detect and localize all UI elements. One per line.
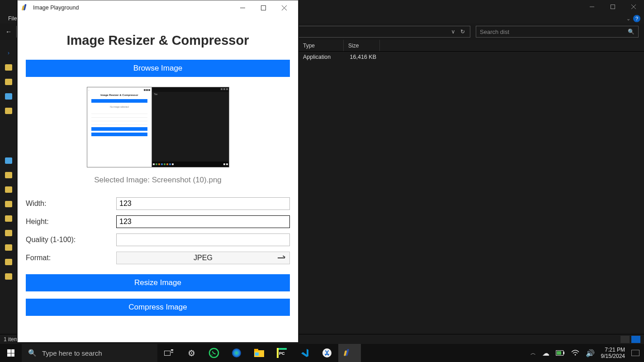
pycharm-icon: PC [277, 348, 287, 358]
svg-rect-9 [171, 349, 173, 351]
chevron-right-icon[interactable]: › [8, 50, 9, 56]
taskbar-search-placeholder: Type here to search [42, 349, 102, 357]
whatsapp-icon [208, 348, 219, 358]
taskbar-whatsapp-button[interactable] [203, 344, 225, 362]
taskbar-edge-button[interactable] [225, 344, 248, 362]
app-heading: Image Resizer & Compressor [26, 33, 290, 48]
width-label: Width: [26, 200, 116, 208]
quality-input[interactable] [116, 233, 290, 246]
explorer-minimize-button[interactable] [582, 0, 602, 14]
view-large-icon[interactable] [631, 336, 640, 343]
taskbar-search-input[interactable]: 🔍 Type here to search [22, 344, 157, 362]
tray-clock[interactable]: 7:21 PM 9/15/2024 [601, 347, 625, 359]
tray-battery-icon[interactable] [556, 350, 565, 356]
folder-icon[interactable] [5, 64, 12, 71]
addr-chevron-icon[interactable]: v [452, 29, 455, 35]
ribbon-expand-icon[interactable]: ⌄ [626, 16, 630, 22]
folder-icon[interactable] [5, 201, 12, 207]
explorer-maximize-button[interactable] [602, 0, 623, 14]
start-button[interactable] [0, 344, 22, 362]
status-item-count: 1 item [4, 336, 19, 343]
svg-point-24 [574, 354, 576, 356]
tray-wifi-icon[interactable] [571, 350, 579, 356]
tray-time: 7:21 PM [601, 347, 625, 353]
taskbar-pycharm-button[interactable]: PC [270, 344, 293, 362]
taskbar-settings-button[interactable]: ⚙ [180, 344, 203, 362]
chevron-down-icon [278, 257, 285, 258]
help-icon[interactable]: ? [633, 15, 640, 22]
task-view-button[interactable] [157, 344, 180, 362]
windows-taskbar: 🔍 Type here to search ⚙ PC ︿ ☁ [0, 344, 644, 362]
edge-icon [232, 348, 242, 358]
folder-icon[interactable] [5, 108, 12, 114]
folder-icon [254, 349, 264, 357]
drive-icon[interactable] [5, 93, 12, 100]
tray-expand-icon[interactable]: ︿ [530, 349, 536, 357]
width-input[interactable] [116, 197, 290, 210]
refresh-icon[interactable]: ↻ [458, 29, 467, 35]
svg-rect-23 [557, 351, 561, 355]
format-label: Format: [26, 254, 116, 262]
tk-close-button[interactable] [274, 1, 294, 14]
preview-sidetext: Tax [152, 92, 228, 96]
windows-logo-icon [7, 349, 14, 357]
selected-image-label: Selected Image: Screenshot (10).png [26, 176, 290, 185]
view-details-icon[interactable] [620, 336, 630, 343]
tray-notifications-icon[interactable] [631, 350, 639, 356]
svg-rect-5 [261, 5, 265, 10]
compress-image-button[interactable]: Compress Image [26, 299, 290, 316]
vscode-icon [299, 348, 309, 358]
search-icon: 🔍 [628, 29, 635, 35]
taskbar-app-button[interactable] [316, 344, 338, 362]
folder-icon[interactable] [5, 230, 12, 236]
quality-label: Quality (1-100): [26, 236, 116, 244]
folder-icon[interactable] [5, 273, 12, 280]
height-label: Height: [26, 218, 116, 226]
form-options: Width: Height: Quality (1-100): Format: … [26, 197, 290, 264]
tk-feather-icon [21, 4, 28, 11]
image-preview: ◦ Image Resizer & Compressor No image se… [87, 87, 229, 167]
taskbar-python-button[interactable] [338, 344, 361, 362]
search-icon: 🔍 [28, 349, 37, 357]
format-select[interactable]: JPEG [116, 252, 290, 264]
folder-icon[interactable] [5, 259, 12, 265]
preview-title: Image Resizer & Compressor [89, 94, 151, 96]
resize-image-button[interactable]: Resize Image [26, 274, 290, 291]
col-type[interactable]: Type [298, 40, 344, 51]
svg-point-12 [232, 348, 241, 357]
svg-rect-15 [255, 352, 259, 356]
svg-rect-1 [611, 5, 615, 9]
format-value: JPEG [194, 254, 213, 262]
tk-minimize-button[interactable] [232, 1, 253, 14]
tray-onedrive-icon[interactable]: ☁ [542, 349, 549, 357]
explorer-search-input[interactable]: Search dist 🔍 [476, 26, 639, 38]
folder-icon[interactable] [5, 172, 12, 178]
svg-rect-10 [171, 352, 173, 353]
row-size: 16,416 KB [344, 54, 380, 60]
folder-icon[interactable] [5, 79, 12, 85]
this-pc-icon[interactable] [5, 157, 12, 164]
taskbar-file-explorer-button[interactable] [248, 344, 270, 362]
folder-icon[interactable] [5, 244, 12, 251]
browse-image-button[interactable]: Browse Image [26, 60, 290, 77]
system-tray: ︿ ☁ 🔊 7:21 PM 9/15/2024 [530, 347, 644, 359]
task-view-icon [164, 349, 173, 357]
col-size[interactable]: Size [344, 40, 380, 51]
explorer-close-button[interactable] [623, 0, 644, 14]
image-playground-window: Image Playground Image Resizer & Compres… [17, 0, 298, 343]
taskbar-vscode-button[interactable] [293, 344, 316, 362]
svg-rect-18 [277, 348, 279, 358]
svg-rect-14 [254, 349, 258, 351]
tk-feather-icon [343, 349, 351, 357]
folder-icon[interactable] [5, 215, 12, 222]
folder-icon[interactable] [5, 186, 12, 193]
nav-back-icon[interactable]: ← [5, 28, 12, 35]
search-placeholder: Search dist [480, 29, 509, 35]
tk-titlebar[interactable]: Image Playground [18, 0, 298, 15]
tray-volume-icon[interactable]: 🔊 [586, 349, 595, 357]
tk-title-text: Image Playground [33, 5, 79, 11]
svg-rect-8 [165, 351, 170, 356]
height-input[interactable] [116, 215, 290, 228]
tk-maximize-button[interactable] [253, 1, 274, 14]
preview-status: No image selected [89, 105, 151, 108]
